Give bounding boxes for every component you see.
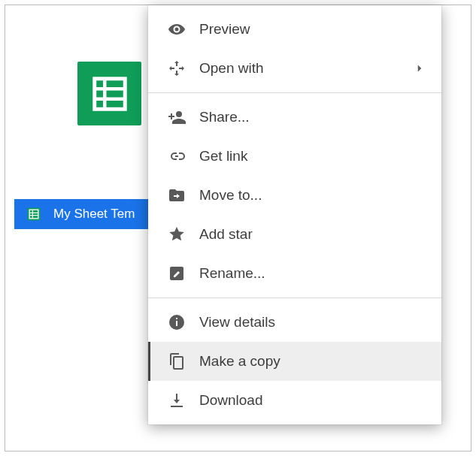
menu-item-add-star[interactable]: Add star (148, 215, 441, 254)
eye-icon (168, 20, 199, 38)
info-icon (168, 313, 199, 331)
menu-item-label: Share... (199, 109, 426, 125)
person-add-icon (168, 108, 199, 126)
svg-rect-12 (176, 318, 177, 319)
download-icon (168, 391, 199, 409)
svg-rect-0 (94, 78, 125, 109)
menu-item-make-a-copy[interactable]: Make a copy (148, 342, 441, 381)
menu-item-view-details[interactable]: View details (148, 303, 441, 342)
star-icon (168, 225, 199, 243)
menu-item-label: Open with (199, 60, 413, 77)
menu-item-share[interactable]: Share... (148, 98, 441, 137)
menu-item-preview[interactable]: Preview (148, 10, 441, 49)
drive-file-view: My Sheet Tem Preview Open with Share... (5, 5, 471, 451)
file-thumbnail[interactable] (77, 62, 141, 125)
sheets-grid-icon (89, 74, 130, 114)
menu-item-label: Rename... (199, 265, 426, 282)
chevron-right-icon (413, 62, 426, 75)
menu-item-label: Download (199, 392, 426, 409)
menu-item-label: Move to... (199, 187, 426, 204)
menu-item-label: View details (199, 314, 426, 331)
file-name: My Sheet Tem (53, 207, 135, 222)
svg-rect-11 (176, 321, 177, 326)
menu-item-label: Add star (199, 226, 426, 243)
folder-move-icon (168, 186, 199, 204)
menu-item-get-link[interactable]: Get link (148, 137, 441, 176)
menu-item-open-with[interactable]: Open with (148, 49, 441, 88)
rename-icon (168, 264, 199, 282)
copy-icon (168, 352, 199, 370)
menu-item-rename[interactable]: Rename... (148, 254, 441, 293)
sheets-icon (26, 207, 41, 222)
menu-item-label: Get link (199, 148, 426, 165)
menu-divider (148, 297, 441, 298)
menu-item-download[interactable]: Download (148, 381, 441, 420)
menu-item-move-to[interactable]: Move to... (148, 176, 441, 215)
file-label[interactable]: My Sheet Tem (14, 199, 148, 229)
menu-divider (148, 92, 441, 93)
link-icon (168, 147, 199, 165)
open-with-icon (168, 59, 199, 77)
context-menu: Preview Open with Share... Get link (148, 5, 441, 424)
menu-item-label: Preview (199, 21, 426, 38)
menu-item-label: Make a copy (199, 353, 426, 370)
